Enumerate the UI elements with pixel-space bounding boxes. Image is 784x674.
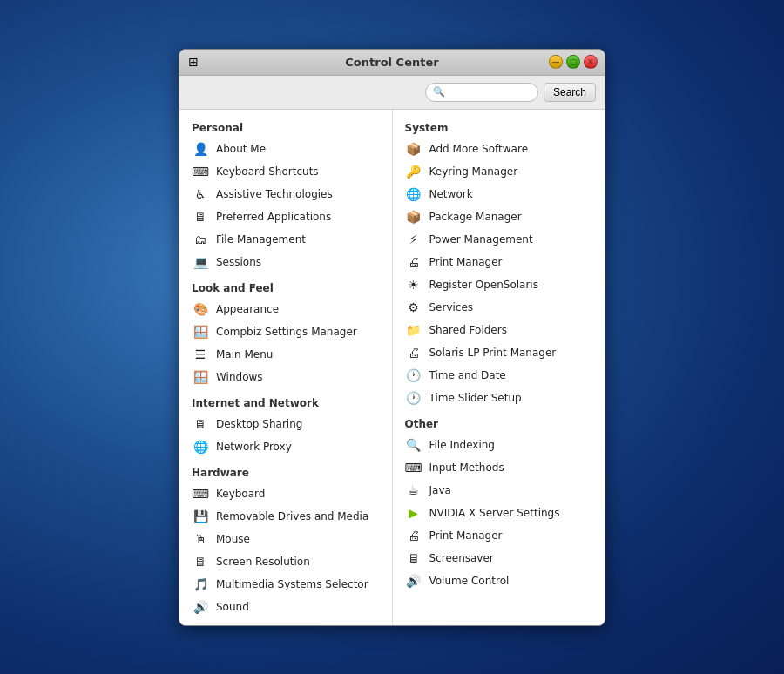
input-methods-icon: ⌨ bbox=[405, 459, 422, 476]
section-header-personal: Personal bbox=[179, 117, 392, 138]
desktop-sharing-icon: 🖥 bbox=[192, 415, 209, 433]
power-management-icon: ⚡ bbox=[405, 231, 422, 248]
search-box[interactable]: 🔍 bbox=[425, 83, 538, 102]
menu-item-assistive-technologies[interactable]: ♿ Assistive Technologies bbox=[179, 183, 392, 206]
screensaver-icon: 🖥 bbox=[405, 549, 422, 567]
menu-item-shared-folders[interactable]: 📁 Shared Folders bbox=[393, 319, 605, 341]
menu-item-file-management[interactable]: 🗂 File Management bbox=[179, 228, 392, 251]
windows-icon: 🪟 bbox=[192, 368, 209, 386]
section-header-internet: Internet and Network bbox=[179, 392, 392, 413]
titlebar: ⊞ Control Center — □ ✕ bbox=[179, 50, 605, 76]
menu-item-power-management[interactable]: ⚡ Power Management bbox=[393, 228, 605, 251]
services-icon: ⚙ bbox=[405, 299, 422, 316]
menu-item-nvidia[interactable]: ▶ NVIDIA X Server Settings bbox=[393, 502, 605, 524]
appearance-icon: 🎨 bbox=[192, 300, 209, 318]
menu-item-java[interactable]: ☕ Java bbox=[393, 479, 605, 502]
main-menu-icon: ☰ bbox=[192, 346, 209, 363]
java-icon: ☕ bbox=[405, 482, 422, 499]
menu-item-sessions[interactable]: 💻 Sessions bbox=[179, 251, 392, 273]
add-more-software-icon: 📦 bbox=[405, 140, 422, 158]
package-manager-icon: 📦 bbox=[405, 208, 422, 226]
menu-item-package-manager[interactable]: 📦 Package Manager bbox=[393, 206, 605, 228]
multimedia-selector-icon: 🎵 bbox=[192, 576, 209, 593]
assistive-technologies-icon: ♿ bbox=[192, 185, 209, 203]
control-center-window: ⊞ Control Center — □ ✕ 🔍 Search Personal… bbox=[179, 49, 605, 626]
menu-item-about-me[interactable]: 👤 About Me bbox=[179, 138, 392, 160]
app-icon: ⊞ bbox=[186, 55, 200, 69]
menu-item-windows[interactable]: 🪟 Windows bbox=[179, 366, 392, 388]
window-title: Control Center bbox=[179, 56, 605, 69]
menu-item-appearance[interactable]: 🎨 Appearance bbox=[179, 298, 392, 320]
menu-item-network[interactable]: 🌐 Network bbox=[393, 183, 605, 206]
close-button[interactable]: ✕ bbox=[584, 55, 598, 69]
search-button[interactable]: Search bbox=[544, 83, 596, 102]
menu-item-main-menu[interactable]: ☰ Main Menu bbox=[179, 343, 392, 366]
solaris-lp-icon: 🖨 bbox=[405, 344, 422, 361]
menu-item-solaris-lp[interactable]: 🖨 Solaris LP Print Manager bbox=[393, 341, 605, 364]
section-header-look-and-feel: Look and Feel bbox=[179, 277, 392, 298]
menu-item-desktop-sharing[interactable]: 🖥 Desktop Sharing bbox=[179, 413, 392, 435]
sound-icon: 🔊 bbox=[192, 598, 209, 616]
window-controls: — □ ✕ bbox=[549, 55, 598, 69]
menu-item-keyboard-shortcuts[interactable]: ⌨ Keyboard Shortcuts bbox=[179, 160, 392, 183]
menu-item-sound[interactable]: 🔊 Sound bbox=[179, 596, 392, 618]
file-management-icon: 🗂 bbox=[192, 231, 209, 248]
menu-item-multimedia-selector[interactable]: 🎵 Multimedia Systems Selector bbox=[179, 573, 392, 596]
network-icon: 🌐 bbox=[405, 185, 422, 203]
preferred-applications-icon: 🖥 bbox=[192, 208, 209, 226]
print-manager2-icon: 🖨 bbox=[405, 527, 422, 544]
screen-resolution-icon: 🖥 bbox=[192, 553, 209, 570]
menu-item-register-opensolaris[interactable]: ☀ Register OpenSolaris bbox=[393, 273, 605, 296]
keyring-manager-icon: 🔑 bbox=[405, 163, 422, 180]
menu-item-file-indexing[interactable]: 🔍 File Indexing bbox=[393, 434, 605, 456]
section-header-system: System bbox=[393, 117, 605, 138]
maximize-button[interactable]: □ bbox=[566, 55, 580, 69]
about-me-icon: 👤 bbox=[192, 140, 209, 158]
register-opensolaris-icon: ☀ bbox=[405, 276, 422, 293]
menu-item-input-methods[interactable]: ⌨ Input Methods bbox=[393, 456, 605, 479]
sessions-icon: 💻 bbox=[192, 253, 209, 271]
compbiz-icon: 🪟 bbox=[192, 323, 209, 340]
menu-item-removable-drives[interactable]: 💾 Removable Drives and Media bbox=[179, 505, 392, 528]
menu-item-print-manager2[interactable]: 🖨 Print Manager bbox=[393, 524, 605, 547]
menu-item-volume-control[interactable]: 🔊 Volume Control bbox=[393, 570, 605, 592]
menu-item-services[interactable]: ⚙ Services bbox=[393, 296, 605, 319]
menu-item-print-manager[interactable]: 🖨 Print Manager bbox=[393, 251, 605, 273]
time-slider-icon: 🕐 bbox=[405, 389, 422, 407]
time-and-date-icon: 🕐 bbox=[405, 367, 422, 384]
menu-item-mouse[interactable]: 🖱 Mouse bbox=[179, 528, 392, 550]
menu-item-compbiz[interactable]: 🪟 Compbiz Settings Manager bbox=[179, 320, 392, 343]
section-header-hardware: Hardware bbox=[179, 462, 392, 482]
menu-item-add-more-software[interactable]: 📦 Add More Software bbox=[393, 138, 605, 160]
nvidia-icon: ▶ bbox=[405, 504, 422, 522]
volume-control-icon: 🔊 bbox=[405, 572, 422, 590]
keyboard-shortcuts-icon: ⌨ bbox=[192, 163, 209, 180]
menu-item-keyboard[interactable]: ⌨ Keyboard bbox=[179, 482, 392, 505]
menu-item-keyring-manager[interactable]: 🔑 Keyring Manager bbox=[393, 160, 605, 183]
search-icon: 🔍 bbox=[433, 86, 445, 98]
menu-item-screensaver[interactable]: 🖥 Screensaver bbox=[393, 547, 605, 570]
shared-folders-icon: 📁 bbox=[405, 321, 422, 339]
menu-item-screen-resolution[interactable]: 🖥 Screen Resolution bbox=[179, 550, 392, 573]
main-content: Personal 👤 About Me ⌨ Keyboard Shortcuts… bbox=[179, 110, 605, 625]
removable-drives-icon: 💾 bbox=[192, 508, 209, 525]
left-column: Personal 👤 About Me ⌨ Keyboard Shortcuts… bbox=[179, 110, 393, 625]
print-manager-icon: 🖨 bbox=[405, 253, 422, 271]
menu-item-time-slider[interactable]: 🕐 Time Slider Setup bbox=[393, 387, 605, 409]
minimize-button[interactable]: — bbox=[549, 55, 563, 69]
toolbar: 🔍 Search bbox=[179, 76, 605, 110]
menu-item-network-proxy[interactable]: 🌐 Network Proxy bbox=[179, 435, 392, 458]
search-input[interactable] bbox=[449, 86, 531, 98]
section-header-other: Other bbox=[393, 413, 605, 434]
mouse-icon: 🖱 bbox=[192, 530, 209, 548]
file-indexing-icon: 🔍 bbox=[405, 436, 422, 454]
menu-item-preferred-applications[interactable]: 🖥 Preferred Applications bbox=[179, 206, 392, 228]
keyboard-icon: ⌨ bbox=[192, 485, 209, 502]
network-proxy-icon: 🌐 bbox=[192, 438, 209, 455]
menu-item-time-and-date[interactable]: 🕐 Time and Date bbox=[393, 364, 605, 387]
right-column: System 📦 Add More Software 🔑 Keyring Man… bbox=[393, 110, 605, 625]
